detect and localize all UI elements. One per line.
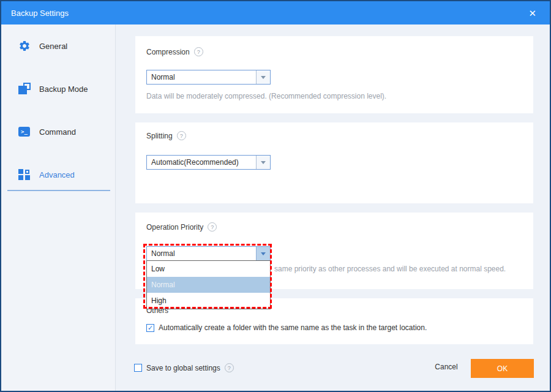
compression-helper-text: Data will be moderately compressed. (Rec… — [146, 92, 386, 100]
option-high[interactable]: High — [147, 293, 270, 309]
help-icon[interactable]: ? — [194, 47, 203, 56]
window-title: Backup Settings — [11, 9, 525, 18]
close-icon[interactable]: ✕ — [525, 6, 540, 20]
help-icon[interactable]: ? — [208, 222, 217, 232]
operation-priority-dropdown[interactable]: Normal — [146, 246, 271, 261]
operation-priority-label: Operation Priority ? — [146, 222, 217, 232]
auto-create-folder-row: ✓ Automatically create a folder with the… — [146, 323, 427, 332]
sidebar-item-backup-mode[interactable]: Backup Mode — [1, 78, 115, 100]
compression-dropdown[interactable]: Normal — [146, 70, 271, 85]
sidebar-item-label: Advanced — [39, 170, 75, 179]
splitting-label: Splitting ? — [146, 131, 186, 140]
operation-priority-helper-text: same priority as other processes and wil… — [274, 265, 506, 273]
backup-settings-window: Backup Settings ✕ General Backup Mode >_… — [0, 0, 551, 392]
save-global-label: Save to global settings — [146, 364, 220, 372]
operation-priority-dropdown-value: Normal — [147, 247, 256, 260]
splitting-dropdown-value: Automatic(Recommended) — [147, 156, 256, 169]
stacked-squares-icon — [18, 83, 31, 95]
sidebar-item-command[interactable]: >_ Command — [1, 121, 115, 143]
chevron-down-icon — [256, 247, 270, 260]
chevron-down-icon — [256, 70, 270, 84]
chevron-down-icon — [256, 156, 270, 169]
sidebar-item-advanced[interactable]: Advanced — [1, 164, 115, 186]
operation-priority-card: Operation Priority ? same priority as ot… — [135, 213, 533, 289]
save-global-row: Save to global settings ? — [134, 363, 234, 372]
compression-card: Compression ? Normal Data will be modera… — [135, 36, 533, 113]
sidebar: General Backup Mode >_ Command Advanced — [1, 24, 116, 391]
operation-priority-options-list: Low Normal High — [146, 260, 271, 309]
active-item-underline — [7, 190, 110, 191]
compression-label: Compression ? — [146, 47, 203, 56]
grid-icon — [18, 168, 31, 181]
settings-panel: Compression ? Normal Data will be modera… — [116, 24, 550, 391]
splitting-dropdown[interactable]: Automatic(Recommended) — [146, 155, 271, 170]
compression-dropdown-value: Normal — [147, 70, 256, 84]
sidebar-item-general[interactable]: General — [1, 35, 115, 57]
terminal-icon: >_ — [18, 126, 31, 138]
help-icon[interactable]: ? — [177, 131, 186, 140]
ok-button[interactable]: OK — [471, 359, 534, 378]
auto-create-folder-label: Automatically create a folder with the s… — [159, 323, 427, 332]
gear-icon — [18, 40, 31, 52]
auto-create-folder-checkbox[interactable]: ✓ — [146, 324, 154, 332]
cancel-button[interactable]: Cancel — [425, 363, 468, 371]
splitting-card: Splitting ? Automatic(Recommended) — [135, 123, 533, 203]
titlebar: Backup Settings ✕ — [1, 1, 550, 24]
save-global-checkbox[interactable] — [134, 364, 142, 372]
sidebar-item-label: Command — [39, 127, 76, 137]
sidebar-item-label: Backup Mode — [39, 85, 88, 94]
help-icon[interactable]: ? — [225, 363, 234, 372]
option-normal[interactable]: Normal — [147, 277, 270, 293]
sidebar-item-label: General — [39, 42, 67, 51]
option-low[interactable]: Low — [147, 261, 270, 277]
